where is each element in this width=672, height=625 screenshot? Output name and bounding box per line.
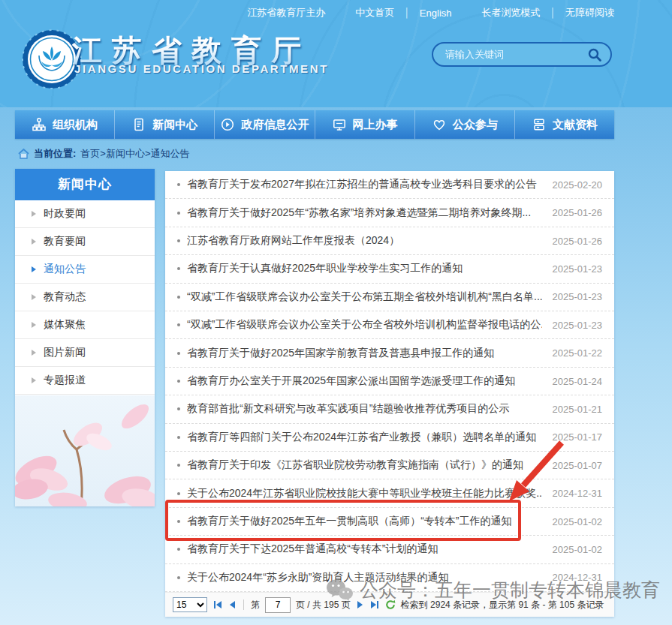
first-page-button[interactable] [212,601,223,608]
news-list-item[interactable]: 省教育厅关于发布2027年拟在江苏招生的普通高校专业选考科目要求的公告 2025… [165,171,614,199]
news-list-item[interactable]: 省教育厅办公室关于开展2025年国家公派出国留学选派受理工作的通知 2025-0… [165,368,614,395]
news-title-link[interactable]: 省教育厅等四部门关于公布2024年江苏省产业教授（兼职）选聘名单的通知 [187,431,542,444]
sidebar-item[interactable]: 媒体聚焦 [15,311,155,339]
news-title-link[interactable]: “双减”工作省级联席会议办公室关于公布第五期全省校外培训机构“黑白名单... [187,290,542,304]
bullet-icon [177,267,180,270]
bullet-icon [177,576,180,579]
news-title-link[interactable]: 教育部首批“新文科研究与改革实践项目”结题验收推荐优秀项目的公示 [187,402,542,416]
news-list-item[interactable]: 省教育厅关于做好2025年“苏教名家”培养对象遴选暨第二期培养对象终期... 2… [165,199,614,227]
last-page-button[interactable] [369,601,380,608]
bullet-icon [177,380,180,383]
news-date: 2025-02-20 [553,179,603,191]
triangle-arrow-icon [32,294,36,300]
news-date: 2024-12-31 [553,488,603,499]
news-date: 2025-01-26 [553,236,603,247]
search-input[interactable] [444,48,586,61]
page-size-select[interactable]: 15 [173,597,207,612]
news-list-item[interactable]: 关于公布2024年江苏省职业院校技能大赛中等职业学校班主任能力比赛获奖... 2… [165,479,614,507]
news-title-link[interactable]: 省教育厅关于做好2025年国家学前教育普及普惠县申报工作的通知 [187,347,542,360]
triangle-arrow-icon [32,211,36,217]
news-date: 2025-01-23 [553,263,603,275]
news-title-link[interactable]: 关于公布2024年江苏省职业院校技能大赛中等职业学校班主任能力比赛获奖... [187,487,542,500]
search-icon[interactable] [586,47,603,63]
prev-page-button[interactable] [228,601,237,608]
bullet-icon [177,464,180,467]
topbar-link-accessibility[interactable]: 无障碍阅读 [565,6,614,20]
bullet-icon [177,296,180,299]
news-list-item[interactable]: “双减”工作省级联席会议办公室关于公布第五期全省校外培训机构“黑白名单... 2… [165,284,614,311]
bullet-icon [177,183,180,186]
nav-item-public-participation[interactable]: 公众参与 [415,110,515,139]
nav-item-gov-info-disclosure[interactable]: 政府信息公开 [215,110,315,139]
info-disclosure-icon [220,117,235,132]
triangle-arrow-icon [32,266,36,272]
participation-heart-icon [432,117,447,132]
news-list-item[interactable]: 省教育厅等四部门关于公布2024年江苏省产业教授（兼职）选聘名单的通知 2025… [165,424,614,452]
triangle-arrow-icon [32,239,36,245]
breadcrumb-path[interactable]: 首页>新闻中心>通知公告 [80,147,189,161]
sidebar-item[interactable]: 专题报道 [15,367,155,395]
nav-item-organization[interactable]: 组织机构 [15,110,115,139]
topbar-link-elder-mode[interactable]: 长者浏览模式 [482,6,541,20]
sidebar-item[interactable]: 时政要闻 [15,200,155,228]
news-list-item[interactable]: 省教育厅关于印发《江苏省职业院校劳动教育实施指南（试行）》的通知 2025-01… [165,452,614,479]
news-list-item[interactable]: 省教育厅关于下达2025年普通高校“专转本”计划的通知 2025-01-02 [165,536,614,563]
news-title-link[interactable]: 关于公布2024年“苏乡永助”资助育人主题活动结果的通知 [187,571,542,584]
next-page-button[interactable] [356,601,364,608]
nav-item-online-service[interactable]: 网上办事 [315,110,415,139]
breadcrumb-prefix: 当前位置: [34,147,76,161]
sidebar-item[interactable]: 图片新闻 [15,339,155,367]
news-title-link[interactable]: 省教育厅关于发布2027年拟在江苏招生的普通高校专业选考科目要求的公告 [187,178,542,191]
records-summary: 检索到 2924 条记录，显示第 91 条 - 第 105 条记录 [401,599,604,611]
bullet-icon [177,520,180,523]
news-title-link[interactable]: 省教育厅办公室关于开展2025年国家公派出国留学选派受理工作的通知 [187,374,542,388]
page-number-input[interactable] [265,597,291,613]
magnolia-decoration-image [15,395,155,506]
news-date: 2025-01-22 [553,347,603,359]
triangle-arrow-icon [32,377,36,383]
site-subtitle: JIANGSU EDUCATION DEPARTMENT [74,62,329,75]
top-utility-bar: 江苏省教育厅主办 中文首页 │ English 长者浏览模式 │ 无障碍阅读 [15,5,614,20]
nav-item-news-center[interactable]: 新闻中心 [115,110,215,139]
news-title-link[interactable]: 省教育厅关于做好2025年“苏教名家”培养对象遴选暨第二期培养对象终期... [187,206,542,220]
sidebar-item-label: 教育要闻 [44,235,86,248]
notice-list-panel: 省教育厅关于发布2027年拟在江苏招生的普通高校专业选考科目要求的公告 2025… [165,171,614,617]
news-list-item[interactable]: 省教育厅关于认真做好2025年职业学校学生实习工作的通知 2025-01-23 [165,255,614,283]
topbar-link-host[interactable]: 江苏省教育厅主办 [247,6,325,20]
news-title-link[interactable]: “双减”工作省级联席会议办公室关于公布全省校外培训机构监督举报电话的公... [187,318,542,332]
sidebar-item[interactable]: 通知公告 [15,256,155,284]
nav-item-documents[interactable]: 文献资料 [515,110,614,139]
topbar-link-chinese-home[interactable]: 中文首页 [355,6,394,20]
news-list-item[interactable]: 江苏省教育厅政府网站工作年度报表（2024） 2025-01-26 [165,227,614,255]
bullet-icon [177,548,180,551]
topbar-link-english[interactable]: English [420,8,452,19]
news-date: 2025-01-23 [553,320,603,331]
news-title-link[interactable]: 省教育厅关于下达2025年普通高校“专转本”计划的通知 [187,542,542,556]
refresh-icon[interactable] [385,599,396,610]
news-title-link[interactable]: 省教育厅关于印发《江苏省职业院校劳动教育实施指南（试行）》的通知 [187,458,542,472]
sidebar-item[interactable]: 教育动态 [15,284,155,311]
page-label-prefix: 第 [251,599,260,611]
news-title-link[interactable]: 省教育厅关于认真做好2025年职业学校学生实习工作的通知 [187,262,542,275]
news-list-item[interactable]: 省教育厅关于做好2025年五年一贯制高职（高师）“专转本”工作的通知 2025-… [165,508,614,536]
documents-archive-icon [532,117,547,132]
news-date: 2025-01-07 [553,460,603,471]
pagination-bar: 15 第 页 / 共 195 页 检索到 2924 条记录，显示第 91 条 -… [165,592,614,617]
news-date: 2025-01-26 [553,207,603,218]
news-list-item[interactable]: 省教育厅关于做好2025年国家学前教育普及普惠县申报工作的通知 2025-01-… [165,339,614,367]
news-list-item[interactable]: “双减”工作省级联席会议办公室关于公布全省校外培训机构监督举报电话的公... 2… [165,311,614,339]
news-list-item[interactable]: 关于公布2024年“苏乡永助”资助育人主题活动结果的通知 2024-12-31 [165,564,614,592]
nav-label: 文献资料 [553,118,598,132]
topbar-divider: │ [404,8,410,18]
nav-label: 公众参与 [453,118,498,132]
bullet-icon [177,323,180,326]
sidebar-item[interactable]: 教育要闻 [15,228,155,256]
nav-label: 政府信息公开 [241,118,309,132]
topbar-divider: │ [550,8,556,18]
nav-label: 组织机构 [53,118,98,132]
news-title-link[interactable]: 省教育厅关于做好2025年五年一贯制高职（高师）“专转本”工作的通知 [187,515,542,528]
news-list-item[interactable]: 教育部首批“新文科研究与改革实践项目”结题验收推荐优秀项目的公示 2025-01… [165,395,614,423]
sidebar-item-label: 专题报道 [44,374,86,387]
search-box[interactable] [432,42,612,67]
news-title-link[interactable]: 江苏省教育厅政府网站工作年度报表（2024） [187,234,542,248]
